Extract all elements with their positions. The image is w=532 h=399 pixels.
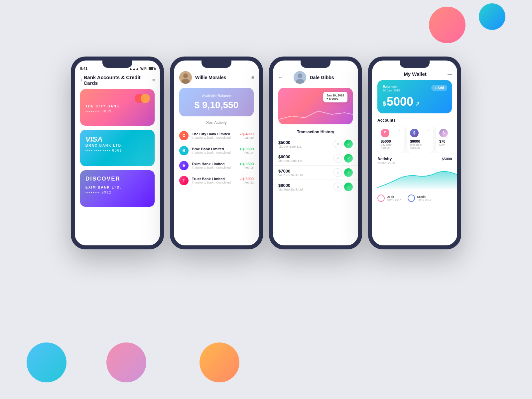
transaction-item-1[interactable]: B Brac Bank Limited Transfer to bank - C…	[174, 143, 259, 158]
account-icon-0: $	[381, 129, 389, 137]
user-info-3: Dale Gibbs	[294, 71, 334, 84]
activity-section: Activity 29 Jan, 2018 $5000	[372, 155, 457, 192]
deco-circle-bottom-left	[27, 342, 66, 382]
p3-tx-via-0: Via City Bank Ltd.	[278, 145, 331, 148]
account-card-0[interactable]: ⋮ $ $5000 City Bank Account	[377, 125, 404, 153]
balance-value: 5000	[387, 95, 413, 109]
visa-logo: VISA	[85, 135, 149, 144]
wifi-icon: WiFi	[140, 67, 147, 70]
user-info: Willie Morales	[179, 71, 226, 84]
phone-4-notch	[400, 61, 430, 68]
balance-dollar-sign: $	[383, 100, 386, 107]
card-brac-number: •••• •••• •••• 6661	[85, 149, 149, 152]
p3-tx-via-3: Via Trust Bank Ltd.	[278, 188, 331, 191]
card-city-bank[interactable]: THE CITY BANK •••••••• 9009	[80, 89, 155, 126]
tx-date-1: Feb 14	[239, 151, 254, 154]
approve-button-2[interactable]: ✓	[344, 168, 353, 177]
tx-date-3: Feb 22	[240, 181, 254, 184]
debit-circle	[377, 195, 385, 202]
transaction-item-3[interactable]: T Trust Bank Limited Transfer to bank - …	[174, 173, 259, 188]
mastercard-circles	[135, 94, 150, 103]
card-city-number: •••••••• 9009	[85, 109, 149, 113]
activity-amount: $5000	[442, 157, 452, 161]
card-discover[interactable]: DISCOVER EXIM BANK LTD. •••••••• 9912	[80, 170, 155, 207]
card-visa[interactable]: VISA BRAC BANK LTD. •••• •••• •••• 6661	[80, 130, 155, 166]
mc-orange-circle	[141, 94, 150, 103]
credit-circle	[408, 195, 415, 202]
add-icon[interactable]: +	[80, 77, 84, 84]
tx-desc-3: Transfer to bank - Completed	[192, 181, 237, 184]
avatar-svg	[179, 71, 192, 84]
p3-tx-item-2[interactable]: $7000 Via Exim Bank Ltd. ✕ ✓	[273, 166, 358, 180]
account-card-2[interactable]: $ $70 Exim	[436, 125, 452, 153]
p3-tx-item-0[interactable]: $5000 Via City Bank Ltd. ✕ ✓	[273, 137, 358, 151]
card-exim-number: •••••••• 9912	[85, 191, 149, 194]
discover-logo: DISCOVER	[85, 176, 149, 182]
signal-icon: ▲▲▲	[129, 67, 139, 70]
tx-icon-c: C	[179, 131, 189, 140]
user-name-3: Dale Gibbs	[310, 75, 334, 80]
accounts-scroll: ⋮ $ $5000 City Bank Account ⋮ $ $6000 Br…	[377, 125, 452, 153]
tx-info-0: The City Bank Limited Transfer to bank -…	[192, 132, 237, 139]
tx-amount-3: - $ 5000	[240, 177, 254, 181]
debit-item: Debit +25%, 2017	[377, 195, 401, 202]
reject-button-0[interactable]: ✕	[333, 140, 342, 148]
p3-tx-via-2: Via Exim Bank Ltd.	[278, 174, 331, 177]
account-name-0: City Bank Account	[381, 143, 401, 149]
tx-icon-e: E	[179, 161, 189, 170]
see-activity-link[interactable]: See Activity	[174, 120, 259, 125]
phone-1-header: + Bank Accounts & Credit Cards ≡	[75, 72, 160, 89]
p3-tx-info-0: $5000 Via City Bank Ltd.	[278, 140, 331, 148]
tx-info-3: Trust Bank Limited Transfer to bank - Co…	[192, 177, 237, 184]
menu-icon[interactable]: ≡	[152, 77, 155, 83]
tx-info-2: Exim Bank Limited Transfer to bank - Com…	[192, 162, 236, 169]
p3-tx-amount-1: $6000	[278, 154, 331, 159]
p3-tx-item-3[interactable]: $8000 Via Trust Bank Ltd. ✕ ✓	[273, 180, 358, 194]
tx-date-0: Jan 20	[240, 136, 254, 139]
back-button[interactable]: ←	[278, 75, 283, 80]
activity-title-group: Activity 29 Jan, 2018	[377, 157, 395, 165]
user-name: Willie Morales	[195, 75, 226, 80]
activity-date: 29 Jan, 2018	[377, 161, 395, 165]
p3-tx-actions-3: ✕ ✓	[333, 183, 353, 191]
p3-tx-actions-1: ✕ ✓	[333, 154, 353, 163]
balance-label: Available Balance	[185, 94, 248, 98]
phones-container: 9:41 ▲▲▲ WiFi + Bank Accounts & Credit C…	[71, 57, 461, 249]
deco-circle-bottom-mid-orange	[200, 342, 239, 382]
balance-widget-date: 20 Jan, 2018	[383, 89, 447, 92]
approve-button-1[interactable]: ✓	[344, 154, 353, 163]
approve-button-0[interactable]: ✓	[344, 140, 353, 148]
account-dots-1[interactable]: ⋮	[427, 128, 431, 133]
transaction-history-title: Transaction History	[273, 128, 358, 137]
p3-tx-info-1: $6000 Via Brac Bank Ltd.	[278, 154, 331, 163]
menu-icon-4[interactable]: —	[448, 71, 452, 77]
transaction-item-0[interactable]: C The City Bank Limited Transfer to bank…	[174, 128, 259, 143]
card-city-bank-name: THE CITY BANK	[85, 104, 149, 108]
account-amount-1: $6000	[410, 139, 430, 143]
reject-button-1[interactable]: ✕	[333, 154, 342, 163]
balance-card: Available Balance $ 9,10,550	[179, 88, 254, 116]
credit-label: Credit	[417, 195, 431, 199]
account-card-1[interactable]: ⋮ $ $6000 Brac Bank Account	[407, 125, 433, 153]
tx-name-3: Trust Bank Limited	[192, 177, 237, 181]
transaction-item-2[interactable]: E Exim Bank Limited Transfer to bank - C…	[174, 158, 259, 173]
phone-1-title: Bank Accounts & Credit Cards	[84, 74, 152, 86]
tx-icon-t: T	[179, 176, 189, 185]
phone-1-time: 9:41	[80, 66, 87, 70]
avatar	[179, 71, 192, 84]
deco-circle-top-right-teal	[479, 3, 505, 30]
reject-button-2[interactable]: ✕	[333, 168, 342, 177]
tx-desc-1: Transfer to bank - Completed	[192, 151, 236, 154]
menu-icon-2[interactable]: ≡	[251, 75, 254, 80]
account-dots-0[interactable]: ⋮	[397, 128, 401, 133]
approve-button-3[interactable]: ✓	[344, 183, 353, 191]
credit-pct: +85%, 2017	[417, 199, 431, 201]
p3-tx-info-2: $7000 Via Exim Bank Ltd.	[278, 169, 331, 177]
tooltip-date: Jan 20, 2018	[327, 94, 344, 97]
p3-tx-amount-0: $5000	[278, 140, 331, 145]
phone-1-notch	[102, 61, 132, 68]
p3-tx-item-1[interactable]: $6000 Via Brac Bank Ltd. ✕ ✓	[273, 151, 358, 166]
balance-amount: $ 9,10,550	[185, 100, 248, 110]
reject-button-3[interactable]: ✕	[333, 183, 342, 191]
credit-item: Credit +85%, 2017	[408, 195, 431, 202]
